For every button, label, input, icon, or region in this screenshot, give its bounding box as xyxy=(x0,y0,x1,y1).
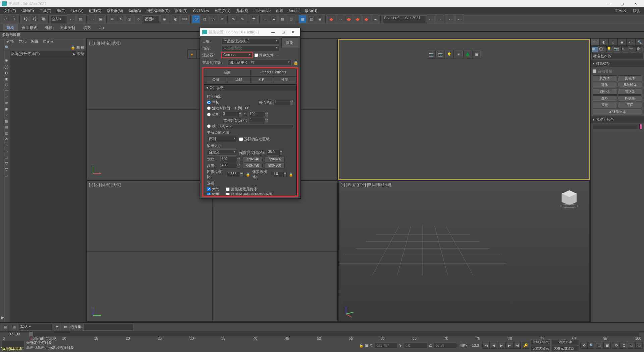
width-field[interactable]: 640 xyxy=(220,157,237,162)
menu-script[interactable]: 脚本(S) xyxy=(233,8,251,14)
filter-d-icon[interactable]: ▦ xyxy=(3,118,9,124)
time-thumb[interactable] xyxy=(29,332,33,336)
menu-animation[interactable]: 动画(A) xyxy=(126,8,144,14)
menu-content[interactable]: 内容 xyxy=(273,8,286,14)
tool-a[interactable]: ▭ xyxy=(427,15,435,23)
time-slider[interactable] xyxy=(29,332,639,336)
tab-performance[interactable]: 性能 xyxy=(273,77,296,83)
viewport-front[interactable]: 📷 📷 💡 ☀ 🌲 ▣ xyxy=(338,39,590,180)
bind-button[interactable]: ⛓ xyxy=(39,15,47,23)
tab-scene[interactable]: 场景 xyxy=(227,77,251,83)
material-editor[interactable]: ◉ xyxy=(316,15,324,23)
tool-d[interactable]: ▭ xyxy=(455,15,464,23)
viewport-layout2[interactable]: ▦ xyxy=(10,323,18,331)
coord-x[interactable] xyxy=(374,342,398,348)
filter-cam-icon[interactable]: ▣ xyxy=(3,76,9,81)
rollout-name-color[interactable]: ▾ 名称和颜色 xyxy=(591,116,644,123)
img-aspect-field[interactable]: 1.333 xyxy=(227,172,240,177)
nav-zoom[interactable]: 🔍 xyxy=(588,342,595,349)
menu-modifiers[interactable]: 修改器(M) xyxy=(104,8,126,14)
move-button[interactable]: ✥ xyxy=(108,15,116,23)
prev-frame[interactable]: ◀ xyxy=(490,342,497,349)
menu-civilview[interactable]: Civil View xyxy=(190,8,211,13)
create-sel[interactable]: ✎ xyxy=(238,15,246,23)
scale-button[interactable]: ◫ xyxy=(125,15,133,23)
menu-help[interactable]: 帮助(H) xyxy=(302,8,320,14)
undo-button[interactable]: ↶ xyxy=(1,15,9,23)
render-setup[interactable]: 🫖 xyxy=(327,15,335,23)
coord-y[interactable] xyxy=(404,342,427,348)
unlink-button[interactable]: ⛓ xyxy=(30,15,38,23)
scene-column-header[interactable]: 名称(按升序排序) ▲ 冻结 xyxy=(10,51,86,57)
keymode-button[interactable]: ⌨ xyxy=(180,15,189,23)
tab-camera[interactable]: 相机 xyxy=(251,77,274,83)
named-sel[interactable]: ✎ xyxy=(229,15,237,23)
refcoord-dropdown[interactable]: 视图 ▾ xyxy=(143,15,160,23)
cat-light-icon[interactable]: 💡 xyxy=(606,46,613,52)
link-button[interactable]: ⛓ xyxy=(21,15,30,23)
renderer-dropdown[interactable]: Corona xyxy=(221,52,253,58)
rotate-button[interactable]: ⟲ xyxy=(117,15,125,23)
vp-cam2-icon[interactable]: 📷 xyxy=(436,50,444,58)
ribbon-tab-freeform[interactable]: 自由形式 xyxy=(18,24,41,31)
filter-shape-icon[interactable]: ◯ xyxy=(3,64,9,69)
tab-system[interactable]: 系统 xyxy=(204,69,251,76)
cmd-display-tab[interactable]: ▭ xyxy=(626,38,635,46)
opt-atmos[interactable] xyxy=(207,187,211,191)
view-dropdown[interactable]: 四元菜单 4 - 前 xyxy=(228,60,291,66)
minimize-button[interactable]: — xyxy=(602,0,615,7)
filter-k-icon[interactable]: ▽ xyxy=(3,161,9,166)
render-production[interactable]: 🫖 xyxy=(345,15,353,23)
isolate-icon[interactable]: ▭ xyxy=(62,323,70,331)
opt-hidden[interactable] xyxy=(226,187,230,191)
scene-menu-edit[interactable]: 编辑 xyxy=(29,39,40,44)
cat-shape-icon[interactable]: ◯ xyxy=(599,46,606,52)
radio-active[interactable] xyxy=(207,106,211,110)
primitive-category[interactable]: 标准基本体 xyxy=(591,53,643,59)
toggle-ribbon[interactable]: ▦ xyxy=(299,15,307,23)
prim-textplus[interactable]: 加强型文本 xyxy=(593,109,642,115)
filter-c-icon[interactable]: ⟋ xyxy=(3,112,9,118)
tab-common[interactable]: 公用 xyxy=(204,77,227,83)
preset-dropdown[interactable]: 未选定预设 xyxy=(222,45,279,51)
scene-menu-display[interactable]: 显示 xyxy=(17,39,28,44)
cmd-utility-tab[interactable]: 🔧 xyxy=(635,38,644,46)
rollout-common-params[interactable]: ▾ 公用参数 xyxy=(204,85,296,91)
view2-icon[interactable]: ▤ xyxy=(81,45,84,50)
object-color-swatch[interactable] xyxy=(639,124,642,129)
height-field[interactable]: 480 xyxy=(220,163,237,168)
curve-editor[interactable]: ⊞ xyxy=(287,15,295,23)
place-button[interactable]: ⎋ xyxy=(134,15,142,23)
viewport-layout1[interactable]: ▦ xyxy=(1,323,9,331)
filter-m-icon[interactable]: ▭ xyxy=(3,173,9,178)
object-name-field[interactable] xyxy=(593,124,638,129)
lock-aspect-icon[interactable]: 🔒 xyxy=(246,172,250,177)
angle-snap[interactable]: ◔ xyxy=(201,15,209,23)
selection-filter[interactable]: 全部 ▾ xyxy=(50,15,67,23)
size-mode-dropdown[interactable]: 自定义 xyxy=(207,149,237,156)
render-button[interactable]: 渲染 xyxy=(281,37,298,48)
save-file-check[interactable] xyxy=(254,53,258,57)
ribbon-tab-objectpaint[interactable]: 对象绘制 xyxy=(56,24,79,31)
cat-geom-icon[interactable]: ◉ xyxy=(591,46,598,52)
cmd-create-tab[interactable]: + xyxy=(591,38,600,46)
radio-range[interactable] xyxy=(207,113,211,116)
range-to[interactable]: 100 xyxy=(248,112,265,117)
preset-320x240[interactable]: 320x240 xyxy=(243,157,263,162)
prim-box[interactable]: 长方体 xyxy=(593,75,617,81)
menu-file[interactable]: 文件(F) xyxy=(1,8,19,14)
snap-toggle[interactable]: ⊞ xyxy=(192,15,200,23)
pix-aspect-field[interactable]: 1.0 xyxy=(272,172,283,177)
nav-pan[interactable]: ✥ xyxy=(580,342,588,349)
vp-light-icon[interactable]: 💡 xyxy=(445,50,453,58)
filter-light-icon[interactable]: ◐ xyxy=(3,70,9,75)
expand-left-icon[interactable]: ▶ xyxy=(1,315,4,320)
vp-snap-icon[interactable]: ▣ xyxy=(473,50,481,58)
viewport-strip[interactable] xyxy=(0,38,3,322)
vp-cam1-icon[interactable]: 📷 xyxy=(427,50,435,58)
cat-cam-icon[interactable]: 📷 xyxy=(614,46,621,52)
nav-fov[interactable]: ▭ xyxy=(596,342,603,349)
filter-j-icon[interactable]: ▭ xyxy=(3,155,9,160)
filter-i-icon[interactable]: ▭ xyxy=(3,148,9,154)
frames-field[interactable] xyxy=(218,124,293,128)
